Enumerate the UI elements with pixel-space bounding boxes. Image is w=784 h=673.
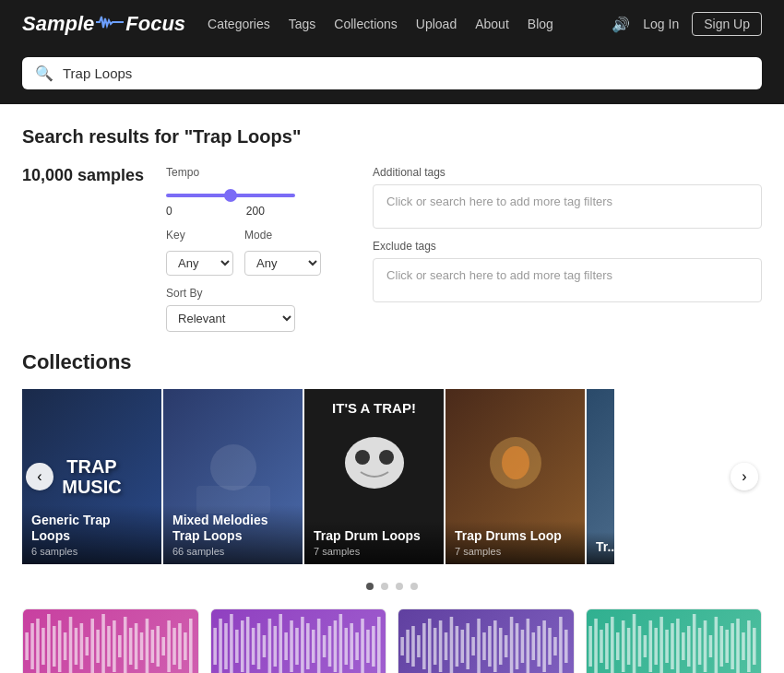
svg-rect-40 — [224, 623, 228, 669]
carousel-prev-button[interactable]: ‹ — [26, 463, 53, 490]
filter-panel: Tempo 0 200 Key AnyCD Mode AnyMajorM — [166, 166, 350, 332]
nav-blog[interactable]: Blog — [528, 17, 553, 31]
svg-rect-90 — [516, 623, 519, 669]
svg-rect-108 — [632, 614, 636, 673]
svg-rect-26 — [129, 628, 133, 665]
alien-icon — [324, 417, 425, 500]
svg-rect-17 — [80, 623, 84, 669]
svg-rect-24 — [118, 635, 122, 657]
collection-card[interactable]: Tr... — [587, 389, 614, 564]
volume-icon[interactable]: 🔊 — [612, 16, 630, 33]
svg-point-4 — [379, 450, 394, 465]
card-image-icon — [460, 421, 571, 532]
svg-rect-95 — [542, 620, 546, 672]
card-label: TRAPMUSIC — [53, 447, 130, 506]
svg-rect-130 — [753, 628, 756, 665]
sort-select[interactable]: RelevantNewestMost Downloaded — [166, 305, 295, 332]
collection-card[interactable]: Trap Drums Loop 7 samples — [445, 389, 587, 564]
collections-title: Collections — [22, 350, 762, 374]
svg-rect-107 — [626, 628, 630, 665]
sample-card[interactable]: Dirty South Trap Drums Loop Drums Hard H… — [22, 608, 199, 673]
svg-rect-14 — [64, 632, 67, 660]
logo-wave-icon — [96, 12, 124, 36]
tempo-slider[interactable] — [166, 194, 295, 197]
svg-rect-125 — [725, 630, 729, 663]
svg-rect-47 — [262, 635, 266, 657]
tag-filters: Additional tags Click or search here to … — [373, 166, 762, 302]
sample-count: 10,000 samples — [22, 166, 144, 185]
svg-rect-115 — [671, 623, 674, 669]
site-logo[interactable]: Sample Focus — [22, 12, 185, 36]
svg-rect-81 — [466, 623, 469, 669]
svg-rect-12 — [53, 626, 56, 667]
svg-rect-23 — [113, 620, 116, 672]
svg-rect-121 — [703, 620, 707, 672]
carousel-dot-1[interactable] — [366, 583, 374, 590]
mode-select[interactable]: AnyMajorMinor — [244, 251, 321, 276]
svg-rect-109 — [637, 626, 641, 667]
svg-point-0 — [210, 444, 256, 490]
login-button[interactable]: Log In — [643, 17, 679, 31]
svg-rect-16 — [75, 628, 78, 665]
nav-upload[interactable]: Upload — [416, 17, 457, 31]
collection-count: 7 samples — [455, 546, 576, 557]
sample-card[interactable]: Key Glock type Drums Drums Key glock Loo… — [210, 608, 387, 673]
carousel-next-button[interactable]: › — [731, 463, 758, 490]
svg-rect-126 — [731, 623, 734, 669]
svg-rect-120 — [697, 628, 701, 665]
svg-rect-56 — [311, 630, 315, 663]
svg-point-3 — [355, 450, 370, 465]
tempo-range — [166, 184, 350, 201]
carousel-dot-3[interactable] — [396, 583, 403, 590]
svg-rect-51 — [284, 632, 288, 660]
svg-rect-82 — [471, 637, 475, 655]
svg-rect-34 — [172, 628, 176, 665]
svg-rect-69 — [400, 637, 404, 655]
signup-button[interactable]: Sign Up — [692, 12, 762, 36]
sample-card[interactable]: Buzzy & Pulsating Mellow Synth Trap Loop… — [398, 608, 575, 673]
svg-point-2 — [345, 437, 404, 489]
collection-card[interactable]: Mixed Melodies Trap Loops 66 samples — [163, 389, 304, 564]
search-bar: 🔍 — [22, 57, 762, 89]
svg-rect-52 — [290, 620, 293, 672]
svg-rect-97 — [553, 637, 557, 655]
svg-rect-101 — [594, 619, 598, 673]
carousel-dots — [22, 583, 762, 590]
key-select[interactable]: AnyCD — [166, 251, 233, 276]
svg-rect-80 — [461, 630, 465, 663]
carousel-dot-4[interactable] — [410, 583, 418, 590]
svg-rect-27 — [135, 623, 138, 669]
svg-rect-77 — [445, 632, 448, 660]
nav-collections[interactable]: Collections — [334, 17, 397, 31]
collection-card[interactable]: IT'S A TRAP! Trap Drum Loops 7 samples — [304, 389, 445, 564]
svg-rect-128 — [742, 632, 745, 660]
key-label: Key — [166, 229, 233, 242]
svg-rect-89 — [510, 617, 514, 673]
card-label: IT'S A TRAP! — [332, 400, 416, 417]
collection-name: Trap Drum Loops — [314, 528, 434, 544]
collection-name: Tr... — [596, 539, 605, 555]
sample-card[interactable]: Travis Scott type Pad Hip hop Loop Melan… — [586, 608, 763, 673]
card-overlay: Trap Drum Loops 7 samples — [304, 521, 444, 564]
svg-rect-76 — [439, 620, 443, 672]
nav-tags[interactable]: Tags — [289, 17, 316, 31]
search-input[interactable] — [63, 65, 749, 81]
exclude-tags-input[interactable]: Click or search here to add more tag fil… — [373, 258, 762, 302]
svg-rect-55 — [306, 623, 310, 669]
svg-rect-43 — [240, 620, 244, 672]
carousel-dot-2[interactable] — [381, 583, 388, 590]
card-overlay: Trap Drums Loop 7 samples — [445, 521, 585, 564]
svg-rect-30 — [151, 630, 155, 663]
svg-rect-98 — [559, 617, 563, 673]
svg-rect-59 — [327, 626, 331, 667]
additional-tags-input[interactable]: Click or search here to add more tag fil… — [373, 184, 762, 229]
collection-name: Generic Trap Loops — [31, 513, 152, 544]
svg-rect-8 — [30, 623, 34, 669]
svg-rect-127 — [736, 619, 740, 673]
navbar: Sample Focus Categories Tags Collections… — [0, 0, 784, 48]
additional-tags-label: Additional tags — [373, 166, 762, 179]
nav-about[interactable]: About — [475, 17, 509, 31]
svg-rect-88 — [505, 635, 508, 657]
svg-rect-54 — [301, 617, 304, 673]
nav-categories[interactable]: Categories — [208, 17, 270, 31]
